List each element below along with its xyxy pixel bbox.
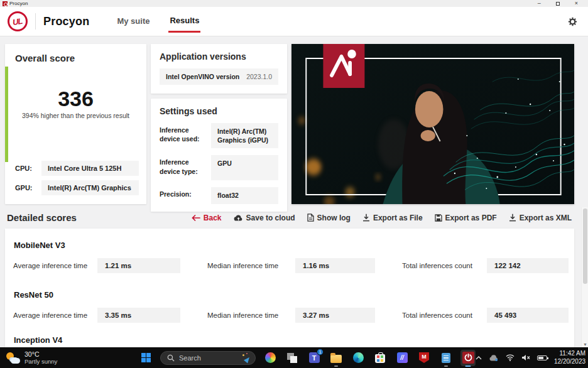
start-button[interactable] [138,350,153,366]
volume-muted-icon[interactable] [521,354,530,361]
overall-score-card: Overall score 336 394% higher than the p… [5,44,146,204]
notepad-icon [442,353,450,363]
openvino-version-row: Intel OpenVINO version 2023.1.0 [160,68,278,85]
taskbar-app-file-explorer[interactable] [329,350,344,366]
scrollbar-down-arrow[interactable]: ▼ [582,342,588,347]
windows-taskbar: 30°C Partly sunny Search T1 // M [0,347,588,368]
tab-my-suite[interactable]: My suite [116,11,151,31]
taskbar-app-microsoft-365[interactable]: // [395,350,410,366]
model-name: ResNet 50 [14,290,574,300]
settings-used-card: Settings used Inference device used: Int… [151,99,287,212]
edge-icon [353,352,364,363]
search-box[interactable]: Search [160,351,256,365]
search-highlight-icon [241,353,251,363]
avg-inference-value: 3.35 ms [97,308,180,323]
download-icon [509,214,516,222]
photos-icon [265,352,276,363]
restore-button[interactable] [556,2,560,6]
show-log-button[interactable]: Show log [307,214,351,222]
median-inference-value: 3.27 ms [295,308,375,323]
cpu-row: CPU: Intel Core Ultra 5 125H [15,161,139,176]
score-accent-bar [5,67,8,162]
procyon-ai-logo [323,44,364,88]
onedrive-cloud-icon[interactable] [489,355,499,361]
application-versions-card: Application versions Intel OpenVINO vers… [151,44,287,94]
microsoft-365-icon: // [397,352,408,363]
gpu-label: GPU: [15,184,41,192]
taskbar-app-task-view[interactable] [285,350,300,366]
active-app-indicator [466,365,471,367]
application-versions-title: Application versions [160,51,278,62]
gpu-row: GPU: Intel(R) Arc(TM) Graphics [15,180,139,195]
download-icon [362,214,370,222]
document-icon [307,214,314,222]
taskbar-app-microsoft-store[interactable] [373,350,388,366]
detailed-scores-panel: MobileNet V3 Average inference time 1.21… [5,229,574,348]
divider [35,13,36,30]
inference-device-used-value: Intel(R) Arc(TM) Graphics (iGPU) [211,123,278,148]
precision-row: Precision: float32 [160,187,278,203]
brand-title: Procyon [43,15,89,28]
app-navbar: UL Procyon My suite Results [0,7,588,36]
teams-notification-badge: 1 [317,349,324,355]
search-icon [167,354,175,362]
model-name: MobileNet V3 [14,229,574,250]
window-title: Procyon [9,1,28,6]
weather-condition: Partly sunny [24,358,57,365]
save-icon [435,214,442,222]
taskbar-app-procyon[interactable] [460,350,476,366]
settings-gear-icon[interactable] [567,16,580,27]
weather-temp: 30°C [24,350,57,358]
partly-sunny-icon [6,352,20,364]
running-indicator [334,365,338,367]
inference-device-type-value: GPU [211,155,278,180]
tab-results[interactable]: Results [168,11,200,33]
wifi-icon[interactable] [506,354,514,361]
minimize-button[interactable]: – [538,1,541,6]
gpu-value: Intel(R) Arc(TM) Graphics [41,180,139,195]
microsoft-store-icon [375,354,385,363]
overall-score-value: 336 [15,87,136,111]
cloud-upload-icon [234,214,243,221]
save-to-cloud-button[interactable]: Save to cloud [234,214,295,222]
tray-chevron-up-icon[interactable] [476,356,482,360]
total-inferences-value: 122 142 [487,258,569,273]
taskbar-app-mcafee[interactable]: M [416,350,432,366]
total-inferences-value: 45 493 [487,308,569,323]
settings-used-title: Settings used [160,106,278,116]
ai-benchmark-hero-image [291,44,574,204]
vertical-scrollbar[interactable]: ▼ [581,207,588,347]
clock-widget[interactable]: 11:42 AM 12/20/2023 [554,350,585,365]
scrollbar-thumb[interactable] [583,208,587,284]
inference-device-used-row: Inference device used: Intel(R) Arc(TM) … [160,123,278,148]
close-button[interactable]: × [575,1,578,6]
battery-icon[interactable] [537,355,547,360]
cpu-value: Intel Core Ultra 5 125H [41,161,139,176]
export-as-pdf-button[interactable]: Export as PDF [435,214,497,222]
export-as-file-button[interactable]: Export as File [362,214,423,222]
clock-time: 11:42 AM [554,350,585,358]
ul-logo: UL [8,11,28,31]
detailed-scores-title: Detailed scores [7,212,77,223]
weather-widget[interactable]: 30°C Partly sunny [0,350,138,365]
taskbar-app-photos[interactable] [263,350,278,366]
taskbar-app-notepad[interactable] [438,350,454,366]
clock-date: 12/20/2023 [554,358,585,366]
search-placeholder: Search [179,354,237,362]
back-button[interactable]: Back [192,214,222,222]
table-row: Average inference time 1.21 ms Median in… [13,258,574,273]
taskbar-app-edge[interactable] [351,350,366,366]
median-inference-value: 1.16 ms [295,258,375,273]
window-titlebar: Procyon – × [0,0,588,7]
procyon-taskbar-icon [462,352,474,364]
windows-logo-icon [141,353,151,362]
mcafee-shield-icon: M [419,352,429,363]
cpu-label: CPU: [15,165,41,172]
export-as-xml-button[interactable]: Export as XML [509,214,572,222]
score-comparison: 394% higher than the previous result [15,112,136,119]
openvino-value: 2023.1.0 [246,73,272,80]
running-indicator [444,365,448,367]
precision-value: float32 [211,187,278,203]
model-name: Inception V4 [14,335,574,345]
taskbar-app-teams[interactable]: T1 [307,350,322,366]
